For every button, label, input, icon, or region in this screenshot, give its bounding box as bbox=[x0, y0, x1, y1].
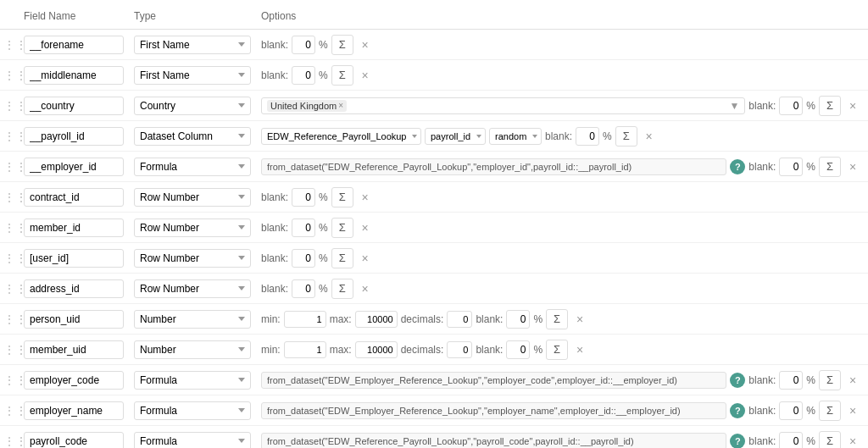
max-input[interactable] bbox=[355, 311, 398, 328]
delete-row-button[interactable]: × bbox=[844, 158, 861, 175]
type-select[interactable]: Row Number bbox=[134, 188, 251, 207]
delete-row-button[interactable]: × bbox=[357, 67, 374, 84]
blank-input[interactable] bbox=[779, 97, 803, 115]
sigma-button[interactable]: Σ bbox=[819, 401, 841, 421]
type-select[interactable]: Dataset Column bbox=[134, 127, 251, 146]
type-select[interactable]: Formula bbox=[134, 401, 251, 420]
drag-handle-icon[interactable]: ⋮⋮ bbox=[7, 130, 24, 143]
sigma-button[interactable]: Σ bbox=[331, 218, 353, 238]
field-name-input[interactable] bbox=[24, 249, 124, 268]
type-select[interactable]: First Name bbox=[134, 36, 251, 54]
delete-row-button[interactable]: × bbox=[844, 402, 861, 419]
sigma-button[interactable]: Σ bbox=[331, 248, 353, 268]
blank-input[interactable] bbox=[779, 158, 803, 176]
help-icon[interactable]: ? bbox=[730, 373, 745, 388]
decimals-input[interactable] bbox=[447, 311, 472, 328]
drag-handle-icon[interactable]: ⋮⋮ bbox=[7, 99, 24, 113]
type-select[interactable]: Country bbox=[134, 97, 251, 115]
column-select[interactable]: payroll_id bbox=[425, 128, 486, 145]
type-select[interactable]: Row Number bbox=[134, 218, 251, 237]
field-name-input[interactable] bbox=[24, 97, 124, 115]
min-input[interactable] bbox=[284, 341, 326, 358]
delete-row-button[interactable]: × bbox=[357, 189, 374, 206]
blank-input[interactable] bbox=[292, 279, 315, 298]
blank-input[interactable] bbox=[292, 249, 315, 268]
delete-row-button[interactable]: × bbox=[844, 433, 861, 449]
type-select[interactable]: First Name bbox=[134, 66, 251, 85]
field-name-input[interactable] bbox=[24, 158, 124, 176]
field-name-input[interactable] bbox=[24, 218, 124, 237]
tag-search-input[interactable] bbox=[350, 101, 726, 111]
drag-handle-icon[interactable]: ⋮⋮ bbox=[7, 282, 24, 296]
blank-input[interactable] bbox=[779, 371, 803, 390]
drag-handle-icon[interactable]: ⋮⋮ bbox=[7, 69, 24, 82]
dataset-select[interactable]: EDW_Reference_Payroll_Lookup bbox=[261, 128, 421, 145]
delete-row-button[interactable]: × bbox=[844, 97, 861, 114]
drag-handle-icon[interactable]: ⋮⋮ bbox=[7, 434, 24, 448]
sigma-button[interactable]: Σ bbox=[615, 126, 637, 147]
type-select[interactable]: Number bbox=[134, 310, 251, 329]
field-name-input[interactable] bbox=[24, 340, 124, 359]
delete-row-button[interactable]: × bbox=[357, 36, 374, 53]
sigma-button[interactable]: Σ bbox=[331, 65, 353, 86]
order-select[interactable]: random bbox=[489, 128, 542, 145]
drag-handle-icon[interactable]: ⋮⋮ bbox=[7, 191, 24, 204]
blank-input[interactable] bbox=[292, 188, 315, 207]
tag-remove-icon[interactable]: × bbox=[338, 101, 343, 110]
blank-input[interactable] bbox=[292, 66, 315, 85]
blank-input[interactable] bbox=[779, 401, 803, 420]
drag-handle-icon[interactable]: ⋮⋮ bbox=[7, 38, 24, 52]
type-select[interactable]: Formula bbox=[134, 432, 251, 449]
drag-handle-icon[interactable]: ⋮⋮ bbox=[7, 343, 24, 357]
drag-handle-icon[interactable]: ⋮⋮ bbox=[7, 221, 24, 235]
tag-input-wrap[interactable]: United Kingdom×▼ bbox=[261, 97, 745, 114]
drag-handle-icon[interactable]: ⋮⋮ bbox=[7, 312, 24, 326]
sigma-button[interactable]: Σ bbox=[819, 157, 841, 177]
type-select[interactable]: Row Number bbox=[134, 279, 251, 298]
sigma-button[interactable]: Σ bbox=[331, 187, 353, 207]
field-name-input[interactable] bbox=[24, 127, 124, 146]
min-input[interactable] bbox=[284, 311, 326, 328]
delete-row-button[interactable]: × bbox=[571, 341, 588, 358]
sigma-button[interactable]: Σ bbox=[331, 279, 353, 299]
sigma-button[interactable]: Σ bbox=[546, 309, 568, 329]
sigma-button[interactable]: Σ bbox=[819, 431, 841, 449]
field-name-input[interactable] bbox=[24, 371, 124, 390]
blank-input[interactable] bbox=[779, 432, 803, 449]
help-icon[interactable]: ? bbox=[730, 434, 745, 449]
help-icon[interactable]: ? bbox=[730, 403, 745, 418]
delete-row-button[interactable]: × bbox=[844, 372, 861, 389]
sigma-button[interactable]: Σ bbox=[819, 96, 841, 116]
type-select[interactable]: Formula bbox=[134, 158, 251, 176]
delete-row-button[interactable]: × bbox=[357, 280, 374, 297]
sigma-button[interactable]: Σ bbox=[546, 340, 568, 360]
delete-row-button[interactable]: × bbox=[357, 250, 374, 267]
drag-handle-icon[interactable]: ⋮⋮ bbox=[7, 373, 24, 387]
blank-input[interactable] bbox=[292, 36, 315, 54]
field-name-input[interactable] bbox=[24, 66, 124, 85]
field-name-input[interactable] bbox=[24, 401, 124, 420]
drag-handle-icon[interactable]: ⋮⋮ bbox=[7, 252, 24, 265]
help-icon[interactable]: ? bbox=[730, 159, 745, 174]
max-input[interactable] bbox=[355, 341, 398, 358]
drag-handle-icon[interactable]: ⋮⋮ bbox=[7, 160, 24, 174]
drag-handle-icon[interactable]: ⋮⋮ bbox=[7, 404, 24, 418]
blank-input[interactable] bbox=[506, 340, 530, 359]
field-name-input[interactable] bbox=[24, 310, 124, 329]
sigma-button[interactable]: Σ bbox=[331, 35, 353, 55]
blank-input[interactable] bbox=[576, 127, 599, 146]
type-select[interactable]: Row Number bbox=[134, 249, 251, 268]
type-select[interactable]: Number bbox=[134, 340, 251, 359]
blank-input[interactable] bbox=[292, 218, 315, 237]
field-name-input[interactable] bbox=[24, 188, 124, 207]
field-name-input[interactable] bbox=[24, 36, 124, 54]
delete-row-button[interactable]: × bbox=[571, 311, 588, 328]
type-select[interactable]: Formula bbox=[134, 371, 251, 390]
delete-row-button[interactable]: × bbox=[357, 219, 374, 236]
blank-input[interactable] bbox=[506, 310, 530, 329]
sigma-button[interactable]: Σ bbox=[819, 370, 841, 390]
decimals-input[interactable] bbox=[447, 341, 472, 358]
delete-row-button[interactable]: × bbox=[641, 128, 658, 145]
field-name-input[interactable] bbox=[24, 279, 124, 298]
field-name-input[interactable] bbox=[24, 432, 124, 449]
